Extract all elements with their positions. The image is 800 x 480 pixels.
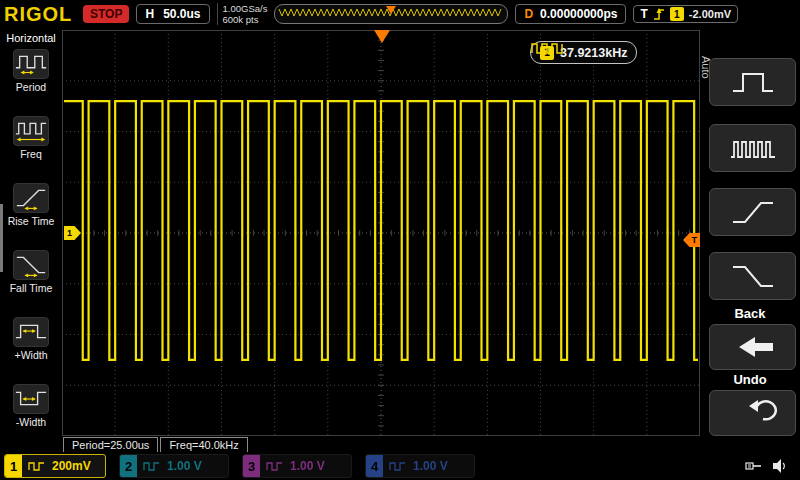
menu-item-label: Period <box>16 81 46 93</box>
channel-1-number: 1 <box>5 455 22 477</box>
menu-item-label: -Width <box>16 416 46 428</box>
channel-1-status[interactable]: 1 200mV <box>4 454 106 478</box>
menu-item-label: Fall Time <box>10 282 53 294</box>
topbar: RIGOL STOP H 50.0us 1.00GSa/s 600k pts D… <box>0 0 800 28</box>
menu-item-plus-width[interactable]: +Width <box>0 314 62 381</box>
menu-scroll-indicator <box>0 204 3 272</box>
memory-depth: 600k pts <box>223 14 268 25</box>
usb-icon <box>745 459 763 473</box>
menu-item-freq[interactable]: Freq <box>0 113 62 180</box>
channel-4-number: 4 <box>366 455 383 477</box>
channel-4-status[interactable]: 4 1.00 V <box>365 454 475 478</box>
menu-item-fall-time[interactable]: Fall Time <box>0 247 62 314</box>
oscilloscope-screen: RIGOL STOP H 50.0us 1.00GSa/s 600k pts D… <box>0 0 800 480</box>
channel-2-status[interactable]: 2 1.00 V <box>119 454 229 478</box>
status-icons <box>745 458 796 474</box>
undo-arrow-icon <box>729 397 777 429</box>
delay-label: D <box>524 7 533 21</box>
back-button[interactable] <box>709 324 796 370</box>
memory-position-strip[interactable] <box>274 4 508 24</box>
menu-item-rise-time[interactable]: Rise Time <box>0 180 62 247</box>
rising-ramp-icon <box>729 196 777 228</box>
run-stop-status[interactable]: STOP <box>83 5 129 23</box>
brand-logo: RIGOL <box>4 3 76 26</box>
softkey-rising-ramp[interactable] <box>709 188 796 236</box>
menu-item-label: Freq <box>20 148 42 160</box>
frequency-counter-badge: 1 37.9213kHz <box>530 41 637 64</box>
channel-3-status[interactable]: 3 1.00 V <box>242 454 352 478</box>
channel-status-bar: 1 200mV 2 1.00 V 3 1.00 V 4 1.00 V <box>0 452 800 480</box>
channel-3-number: 3 <box>243 455 260 477</box>
sample-rate: 1.00GSa/s <box>223 3 268 14</box>
timebase-box[interactable]: H 50.0us <box>136 4 209 24</box>
rise-time-icon <box>13 183 49 213</box>
graticule-and-waveform <box>62 30 700 436</box>
channel-1-scale: 200mV <box>52 459 91 473</box>
trigger-level-value: -2.00mV <box>689 8 731 20</box>
waveform-display-area[interactable]: 1 T 1 37.9213kHz <box>62 30 700 436</box>
falling-ramp-icon <box>729 260 777 292</box>
positive-width-icon <box>13 317 49 347</box>
menu-item-period[interactable]: Period <box>0 46 62 113</box>
channel-2-wave-icon <box>143 461 161 471</box>
channel-4-wave-icon <box>389 461 407 471</box>
fall-time-icon <box>13 250 49 280</box>
channel-3-scale: 1.00 V <box>290 459 325 473</box>
single-pulse-icon <box>729 66 777 98</box>
channel-2-scale: 1.00 V <box>167 459 202 473</box>
pulse-train-icon <box>531 42 565 55</box>
speaker-icon <box>772 458 788 474</box>
undo-label: Undo <box>700 372 800 387</box>
delay-value: 0.00000000ps <box>540 7 617 21</box>
undo-button[interactable] <box>709 390 796 436</box>
horizontal-measure-menu: Horizontal Period F <box>0 28 62 452</box>
menu-item-label: Rise Time <box>8 215 55 227</box>
acquisition-info: 1.00GSa/s 600k pts <box>217 3 268 26</box>
softkey-single-pulse[interactable] <box>709 58 796 106</box>
timebase-label: H <box>145 7 154 21</box>
timebase-value: 50.0us <box>163 7 200 21</box>
channel-4-scale: 1.00 V <box>413 459 448 473</box>
back-label: Back <box>700 306 800 321</box>
right-softkey-menu: Auto Back Undo <box>700 28 800 452</box>
frequency-measure-icon <box>13 116 49 146</box>
channel-1-wave-icon <box>28 461 46 471</box>
menu-title: Horizontal <box>0 28 62 46</box>
trigger-position-marker[interactable] <box>374 30 390 43</box>
counter-value: 37.9213kHz <box>560 46 627 60</box>
softkey-pulse-train[interactable] <box>709 124 796 172</box>
trigger-position-mini-marker[interactable] <box>386 6 396 14</box>
rising-edge-icon <box>653 7 665 21</box>
menu-item-label: +Width <box>15 349 48 361</box>
trigger-source-chip: 1 <box>670 7 684 21</box>
channel-2-number: 2 <box>120 455 137 477</box>
delay-box[interactable]: D 0.00000000ps <box>515 4 626 24</box>
period-measure-icon <box>13 49 49 79</box>
softkey-falling-ramp[interactable] <box>709 252 796 300</box>
pulse-train-icon <box>729 132 777 164</box>
arrow-left-icon <box>729 331 777 363</box>
menu-item-minus-width[interactable]: -Width <box>0 381 62 448</box>
channel-3-wave-icon <box>266 461 284 471</box>
trigger-box[interactable]: T 1 -2.00mV <box>633 5 738 23</box>
negative-width-icon <box>13 384 49 414</box>
trigger-label: T <box>640 7 647 21</box>
